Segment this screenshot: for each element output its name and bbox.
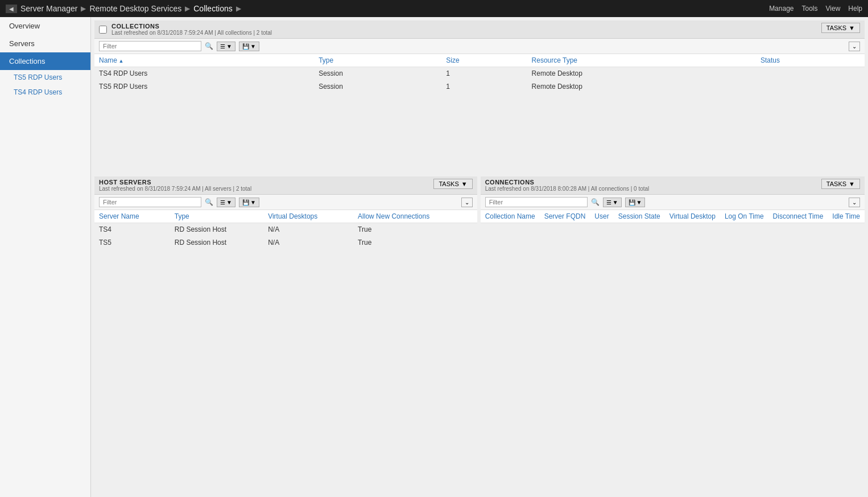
host-servers-list-view-button[interactable]: ☰ ▼ [217, 198, 235, 207]
main-layout: Overview Servers Collections TS5 RDP Use… [0, 17, 868, 497]
host-servers-save-icon: 💾 [242, 199, 249, 206]
connections-filter-input[interactable] [485, 197, 588, 207]
cell-server-name: TS5 [94, 236, 170, 249]
connections-header-row: Collection Name Server FQDN User Session… [481, 210, 865, 223]
cell-name: TS5 RDP Users [94, 80, 314, 93]
collections-toolbar: 🔍 ☰ ▼ 💾 ▼ ⌄ [94, 39, 865, 54]
col-size[interactable]: Size [441, 54, 527, 67]
cell-type: Session [314, 67, 441, 80]
connections-search-icon[interactable]: 🔍 [591, 198, 600, 206]
host-servers-collapse-button[interactable]: ⌄ [461, 198, 473, 207]
collections-title: COLLECTIONS [111, 23, 272, 30]
sidebar: Overview Servers Collections TS5 RDP Use… [0, 17, 91, 497]
connections-panel: CONNECTIONS Last refreshed on 8/31/2018 … [481, 176, 865, 386]
col-disconnect-time[interactable]: Disconnect Time [768, 210, 828, 223]
host-servers-filter-input[interactable] [99, 197, 201, 207]
host-servers-list-dropdown-icon: ▼ [226, 199, 232, 206]
host-servers-save-dropdown-icon: ▼ [250, 199, 256, 206]
collections-save-dropdown-icon: ▼ [250, 43, 256, 50]
tools-link[interactable]: Tools [802, 5, 818, 13]
table-row[interactable]: TS5 RDP Users Session 1 Remote Desktop [94, 80, 865, 93]
host-servers-tasks-dropdown-icon: ▼ [461, 180, 468, 187]
host-servers-refresh-button[interactable]: 💾 ▼ [239, 198, 259, 207]
host-servers-panel: HOST SERVERS Last refreshed on 8/31/2018… [94, 176, 477, 386]
sidebar-item-servers[interactable]: Servers [0, 35, 90, 52]
host-servers-search-icon[interactable]: 🔍 [205, 198, 213, 206]
cell-size: 1 [441, 67, 527, 80]
connections-collapse-button[interactable]: ⌄ [849, 198, 860, 207]
col-hs-type[interactable]: Type [170, 210, 263, 223]
manage-link[interactable]: Manage [769, 5, 793, 13]
host-servers-tasks-button[interactable]: TASKS ▼ [433, 179, 472, 189]
col-allow-new-connections[interactable]: Allow New Connections [353, 210, 477, 223]
titlebar-right-icons: Manage Tools View Help [769, 5, 862, 13]
host-servers-table: Server Name Type Virtual Desktops Allow … [94, 210, 477, 249]
sidebar-item-collections[interactable]: Collections [0, 52, 90, 70]
collections-panel: COLLECTIONS Last refreshed on 8/31/2018 … [94, 20, 865, 173]
col-virtual-desktop[interactable]: Virtual Desktop [665, 210, 720, 223]
connections-title: CONNECTIONS [485, 179, 650, 186]
sidebar-item-overview[interactable]: Overview [0, 17, 90, 35]
connections-list-view-button[interactable]: ☰ ▼ [603, 198, 622, 207]
sidebar-subitem-ts5rdp[interactable]: TS5 RDP Users [0, 70, 90, 85]
table-row[interactable]: TS4 RD Session Host N/A True [94, 223, 477, 236]
col-session-state[interactable]: Session State [614, 210, 665, 223]
collections-table: Name Type Size Resource Type Status TS4 … [94, 54, 865, 93]
table-row[interactable]: TS4 RDP Users Session 1 Remote Desktop [94, 67, 865, 80]
collections-collapse-button[interactable]: ⌄ [849, 42, 860, 51]
collections-list-icon: ☰ [220, 43, 225, 50]
cell-hs-type: RD Session Host [170, 223, 263, 236]
help-link[interactable]: Help [848, 5, 862, 13]
cell-size: 1 [441, 80, 527, 93]
collections-table-header-row: Name Type Size Resource Type Status [94, 54, 865, 67]
col-virtual-desktops[interactable]: Virtual Desktops [263, 210, 353, 223]
connections-table-container: Collection Name Server FQDN User Session… [481, 210, 865, 223]
connections-list-dropdown-icon: ▼ [613, 199, 618, 206]
connections-toolbar: 🔍 ☰ ▼ 💾 ▼ ⌄ [481, 195, 865, 210]
host-servers-toolbar: 🔍 ☰ ▼ 💾 ▼ ⌄ [94, 195, 477, 210]
breadcrumb-server-manager[interactable]: Server Manager [20, 4, 77, 13]
col-collection-name[interactable]: Collection Name [481, 210, 540, 223]
breadcrumb-sep-1: ▶ [81, 5, 86, 13]
host-servers-list-icon: ☰ [220, 199, 225, 206]
connections-empty-space [481, 223, 865, 360]
collections-subtitle: Last refreshed on 8/31/2018 7:59:24 AM |… [111, 30, 272, 36]
col-resource-type[interactable]: Resource Type [527, 54, 756, 67]
col-idle-time[interactable]: Idle Time [828, 210, 865, 223]
view-link[interactable]: View [826, 5, 841, 13]
host-servers-title: HOST SERVERS [99, 179, 251, 186]
col-type[interactable]: Type [314, 54, 441, 67]
col-user[interactable]: User [590, 210, 613, 223]
cell-hs-type: RD Session Host [170, 236, 263, 249]
connections-tasks-dropdown-icon: ▼ [849, 180, 855, 187]
table-row[interactable]: TS5 RD Session Host N/A True [94, 236, 477, 249]
connections-tasks-button[interactable]: TASKS ▼ [821, 179, 860, 189]
cell-status [756, 67, 865, 80]
collections-list-view-button[interactable]: ☰ ▼ [217, 42, 235, 51]
cell-type: Session [314, 80, 441, 93]
col-server-fqdn[interactable]: Server FQDN [540, 210, 590, 223]
host-servers-tasks-label: TASKS [439, 180, 458, 187]
breadcrumb-sep-3: ▶ [236, 5, 241, 13]
sidebar-subitem-ts4rdp[interactable]: TS4 RDP Users [0, 85, 90, 100]
breadcrumb-collections[interactable]: Collections [193, 4, 232, 13]
col-name sort-asc[interactable]: Name [94, 54, 314, 67]
col-server-name[interactable]: Server Name [94, 210, 170, 223]
connections-table: Collection Name Server FQDN User Session… [481, 210, 865, 223]
nav-back-button[interactable]: ◀ [6, 5, 17, 13]
host-servers-subtitle: Last refreshed on 8/31/2018 7:59:24 AM |… [99, 186, 251, 192]
connections-refresh-button[interactable]: 💾 ▼ [625, 198, 646, 207]
collections-refresh-button[interactable]: 💾 ▼ [239, 42, 259, 51]
collections-filter-input[interactable] [99, 41, 201, 51]
cell-resource-type: Remote Desktop [527, 80, 756, 93]
breadcrumb-sep-2: ▶ [185, 5, 190, 13]
collections-select-all[interactable] [99, 26, 107, 34]
connections-subtitle: Last refreshed on 8/31/2018 8:00:28 AM |… [485, 186, 650, 192]
cell-virtual-desktops: N/A [263, 236, 353, 249]
col-status[interactable]: Status [756, 54, 865, 67]
collections-list-dropdown-icon: ▼ [226, 43, 232, 50]
collections-search-icon[interactable]: 🔍 [205, 42, 213, 50]
collections-tasks-button[interactable]: TASKS ▼ [821, 23, 860, 33]
breadcrumb-rds[interactable]: Remote Desktop Services [89, 4, 181, 13]
col-log-on-time[interactable]: Log On Time [720, 210, 768, 223]
